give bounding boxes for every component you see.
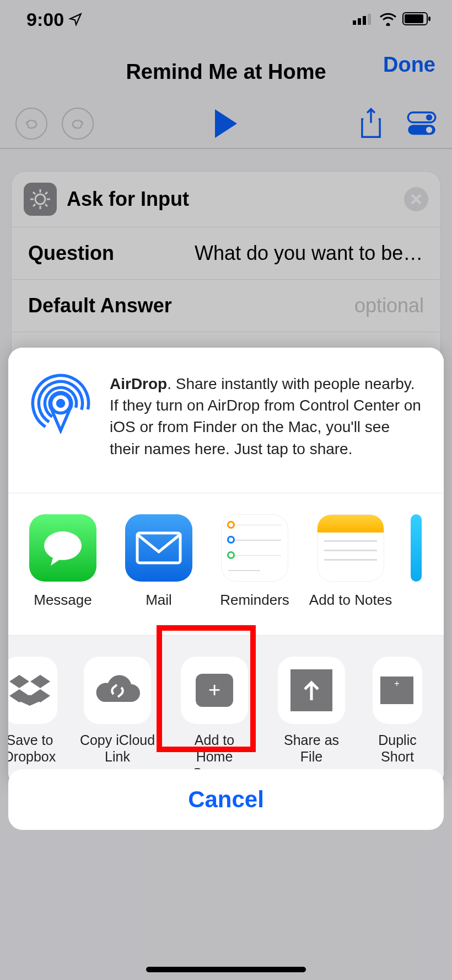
share-app-reminders[interactable]: Reminders xyxy=(219,514,290,609)
share-app-notes[interactable]: Add to Notes xyxy=(315,514,386,609)
svg-point-24 xyxy=(58,401,64,407)
share-file-icon xyxy=(278,657,345,724)
action-save-dropbox[interactable]: Save to Dropbox xyxy=(8,657,59,765)
cancel-button[interactable]: Cancel xyxy=(8,769,444,830)
notes-icon xyxy=(317,514,384,582)
home-indicator[interactable] xyxy=(146,967,306,972)
share-apps-row[interactable]: Message Mail Reminders xyxy=(8,493,444,636)
message-icon xyxy=(29,514,96,582)
icloud-link-icon xyxy=(84,657,151,724)
mail-icon xyxy=(125,514,192,582)
airdrop-description: AirDrop. Share instantly with people nea… xyxy=(110,373,424,460)
svg-rect-26 xyxy=(137,533,180,563)
action-share-file[interactable]: Share as File xyxy=(273,657,350,765)
airdrop-icon xyxy=(30,373,91,434)
reminders-icon xyxy=(221,514,288,582)
airdrop-section: AirDrop. Share instantly with people nea… xyxy=(8,348,444,493)
highlight-annotation xyxy=(157,625,256,752)
share-app-message[interactable]: Message xyxy=(27,514,99,609)
svg-point-25 xyxy=(44,531,82,560)
action-duplicate[interactable]: + DuplicShort xyxy=(370,657,425,765)
action-copy-icloud[interactable]: Copy iCloud Link xyxy=(79,657,156,765)
app-icon-partial xyxy=(411,514,422,582)
share-app-mail[interactable]: Mail xyxy=(123,514,195,609)
duplicate-icon: + xyxy=(373,657,422,724)
dropbox-icon xyxy=(8,657,57,724)
share-app-more[interactable] xyxy=(411,514,422,609)
